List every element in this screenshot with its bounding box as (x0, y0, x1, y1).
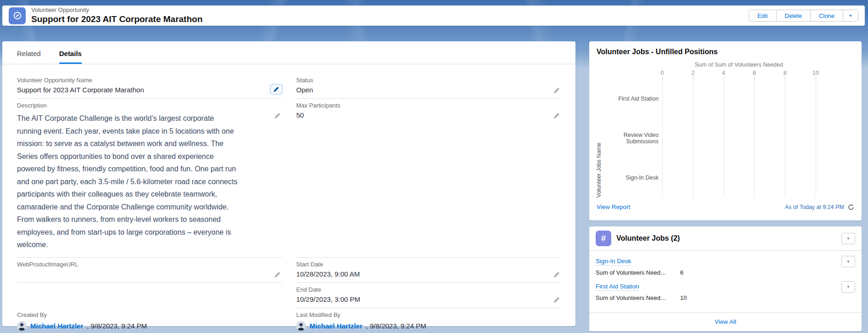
tab-details[interactable]: Details (59, 50, 82, 64)
field-status: Status Open (296, 73, 562, 99)
field-label: Max Participants (296, 102, 546, 109)
tick-label: 10 (812, 70, 819, 76)
gridline (662, 79, 663, 198)
field-value (17, 270, 267, 279)
more-actions-button[interactable]: ▼ (843, 10, 858, 21)
tick-mark (785, 77, 785, 79)
job-field-row: Sum of Volunteers Need… 10 (596, 294, 855, 301)
job-link-first-aid-station[interactable]: First Aid Station (596, 283, 639, 291)
avatar (17, 321, 27, 331)
chart-body: Volunteer Jobs Name First Aid Station Re… (597, 79, 854, 198)
field-value: 10/28/2023, 9:00 AM (296, 270, 546, 279)
tick-label: 4 (722, 70, 725, 76)
related-list-items: Sign-In Desk Sum of Volunteers Need… 6 ▼… (589, 251, 862, 312)
category-label: First Aid Station (603, 79, 659, 119)
created-by-value: Michael Hartzler , 9/8/2023, 9:24 PM (17, 321, 267, 331)
compass-icon (12, 11, 23, 21)
field-start-date: Start Date 10/28/2023, 9:00 AM (296, 258, 562, 283)
volunteer-jobs-object-icon: # (596, 231, 611, 246)
field-created-by: Created By Michael Hartzler , 9/8/2023, … (17, 308, 282, 333)
record-detail-panel: Related Details Volunteer Opportunity Na… (2, 41, 575, 326)
job-link-sign-in-desk[interactable]: Sign-In Desk (596, 258, 631, 265)
chart-footer: View Report As of Today at 9:24 PM (597, 203, 854, 210)
view-all-link[interactable]: View All (715, 318, 736, 325)
job-field-value: 10 (680, 294, 687, 301)
job-field-label: Sum of Volunteers Need… (596, 269, 666, 276)
field-value: Support for 2023 AIT Corporate Marathon (17, 86, 267, 95)
chevron-down-icon: ▼ (849, 14, 852, 18)
field-label: End Date (296, 286, 546, 293)
job-field-value: 6 (680, 269, 683, 276)
tick-mark (754, 77, 755, 79)
field-volunteer-opportunity-name: Volunteer Opportunity Name Support for 2… (17, 73, 282, 99)
tick-mark (816, 77, 816, 79)
field-last-modified-by: Last Modified By Michael Hartzler , 9/8/… (296, 308, 562, 333)
chevron-down-icon: ▼ (846, 285, 850, 289)
field-web-product-image-url: WebProductImageURL (17, 258, 282, 283)
last-modified-by-user-link[interactable]: Michael Hartzler (310, 322, 362, 330)
field-value: 10/29/2023, 3:00 PM (296, 295, 546, 305)
object-label: Volunteer Opportunity (31, 7, 203, 14)
tab-related[interactable]: Related (17, 50, 41, 64)
related-list-menu-button[interactable]: ▼ (841, 233, 855, 244)
field-label: Last Modified By (296, 311, 546, 318)
category-label: Sign-In Desk (603, 158, 659, 198)
chart-card: Volunteer Jobs - Unfilled Positions Sum … (589, 41, 862, 220)
field-empty-spacer (17, 283, 282, 308)
job-field-label: Sum of Volunteers Need… (596, 294, 666, 301)
row-actions-button[interactable]: ▼ (841, 281, 855, 293)
record-header: Volunteer Opportunity Support for 2023 A… (2, 6, 865, 26)
as-of-timestamp: As of Today at 9:24 PM (785, 204, 844, 210)
gridline (785, 79, 785, 198)
chevron-down-icon: ▼ (846, 260, 850, 264)
field-description: Description The AIT Corporate Challenge … (17, 99, 282, 258)
avatar (296, 321, 306, 331)
clone-button[interactable]: Clone (811, 10, 843, 21)
tick-mark (662, 77, 663, 79)
volunteer-jobs-related-list: # Volunteer Jobs (2) ▼ Sign-In Desk Sum … (589, 226, 862, 331)
field-label: Volunteer Opportunity Name (17, 77, 267, 84)
chart-plot-area (662, 79, 816, 198)
chart-refresh-area: As of Today at 9:24 PM (785, 204, 854, 210)
record-header-text: Volunteer Opportunity Support for 2023 A… (31, 7, 203, 24)
chart-y-axis-label: Volunteer Jobs Name (596, 79, 602, 198)
field-value: Open (296, 86, 546, 95)
hash-icon: # (601, 233, 606, 243)
field-value: 50 (296, 111, 546, 120)
list-item: Sign-In Desk Sum of Volunteers Need… 6 ▼ (596, 257, 855, 276)
edit-pencil-icon[interactable] (270, 84, 282, 95)
view-report-link[interactable]: View Report (597, 203, 630, 210)
row-actions-button[interactable]: ▼ (841, 256, 855, 267)
chart-tick-labels: 0 2 4 6 8 10 (662, 70, 816, 79)
record-tabs: Related Details (2, 41, 575, 64)
edit-pencil-icon[interactable] (553, 87, 560, 94)
edit-pencil-icon[interactable] (274, 113, 281, 119)
record-action-group: Edit Delete Clone ▼ (749, 10, 858, 22)
chevron-down-icon: ▼ (846, 237, 850, 241)
edit-pencil-icon[interactable] (553, 113, 560, 119)
chart-title: Volunteer Jobs - Unfilled Positions (597, 48, 854, 56)
field-label: Description (17, 102, 267, 109)
tick-mark (724, 77, 724, 79)
last-modified-by-value: Michael Hartzler , 9/8/2023, 9:24 PM (296, 321, 546, 331)
field-label: WebProductImageURL (17, 261, 267, 268)
edit-pencil-icon[interactable] (274, 271, 281, 278)
page-title: Support for 2023 AIT Corporate Marathon (31, 14, 203, 24)
tick-label: 0 (661, 70, 664, 76)
edit-pencil-icon[interactable] (553, 297, 560, 303)
created-by-user-link[interactable]: Michael Hartzler (30, 322, 83, 330)
delete-button[interactable]: Delete (777, 10, 811, 21)
related-list-header: # Volunteer Jobs (2) ▼ (589, 226, 862, 251)
field-label: Status (296, 77, 546, 84)
edit-pencil-icon[interactable] (553, 271, 560, 278)
gridline (754, 79, 755, 198)
edit-button[interactable]: Edit (749, 10, 776, 21)
refresh-icon[interactable] (848, 204, 854, 210)
last-modified-by-timestamp: , 9/8/2023, 9:24 PM (366, 322, 426, 330)
volunteer-opportunity-object-icon (9, 7, 26, 24)
tick-label: 2 (691, 70, 694, 76)
field-end-date: End Date 10/29/2023, 3:00 PM (296, 283, 562, 308)
tick-label: 6 (753, 70, 756, 76)
category-label: Review Video Submissions (603, 119, 659, 158)
field-max-participants: Max Participants 50 (296, 99, 562, 258)
